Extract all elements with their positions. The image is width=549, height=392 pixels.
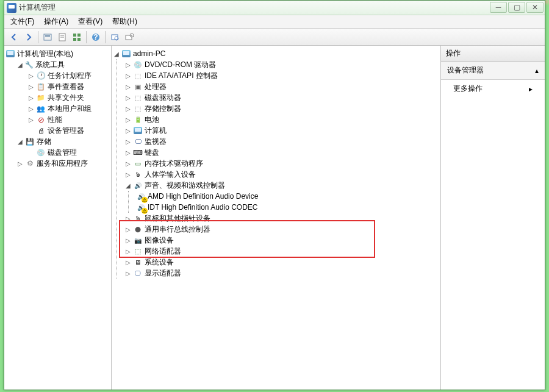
- device-sound-amd[interactable]: AMD High Definition Audio Device: [136, 191, 439, 202]
- device-computer[interactable]: ▷ 计算机: [124, 125, 439, 136]
- scan-button[interactable]: [108, 30, 121, 44]
- collapse-icon[interactable]: ◢: [16, 61, 24, 68]
- up-button[interactable]: [41, 30, 54, 44]
- help-button[interactable]: ?: [89, 30, 102, 44]
- expand-icon[interactable]: ▷: [124, 116, 132, 123]
- tree-services-apps[interactable]: ▷ 服务和应用程序: [16, 158, 110, 169]
- storage-ctrl-icon: [133, 104, 143, 113]
- collapse-icon[interactable]: ◢: [16, 138, 24, 145]
- tree-event-viewer[interactable]: ▷ 事件查看器: [27, 81, 110, 92]
- device-dvd[interactable]: ▷ DVD/CD-ROM 驱动器: [124, 59, 439, 70]
- expand-icon[interactable]: ▷: [124, 160, 132, 167]
- device-sound[interactable]: ◢ 声音、视频和游戏控制器: [124, 180, 439, 191]
- device-usb[interactable]: ▷ 通用串行总线控制器: [124, 224, 439, 235]
- device-disk-drives[interactable]: ▷ 磁盘驱动器: [124, 92, 439, 103]
- expand-icon[interactable]: ▷: [124, 269, 132, 277]
- tree-storage[interactable]: ◢ 存储: [16, 136, 110, 147]
- expand-icon[interactable]: ▷: [124, 83, 132, 90]
- device-imaging[interactable]: ▷ 图像设备: [124, 235, 439, 246]
- expand-icon[interactable]: ▷: [27, 116, 35, 123]
- expand-icon[interactable]: ▷: [124, 149, 132, 156]
- menu-file[interactable]: 文件(F): [5, 15, 39, 28]
- tree-label: 存储: [37, 137, 51, 147]
- expand-icon[interactable]: ▷: [124, 237, 132, 244]
- svg-text:?: ?: [93, 33, 98, 41]
- window-title: 计算机管理: [19, 2, 489, 13]
- device-mouse[interactable]: ▷ 鼠标和其他指针设备: [124, 213, 439, 224]
- left-pane[interactable]: 计算机管理(本地) ◢ 系统工具 ▷ 任务计划程序 ▷: [4, 46, 112, 390]
- computer-icon: [133, 126, 143, 135]
- device-network[interactable]: ▷ 网络适配器: [124, 246, 439, 257]
- center-pane[interactable]: ◢ admin-PC ▷ DVD/CD-ROM 驱动器 ▷ IDE ATA/AT…: [112, 46, 441, 390]
- expand-icon[interactable]: ▷: [124, 248, 132, 255]
- expand-icon[interactable]: ▷: [27, 94, 35, 101]
- actions-section[interactable]: 设备管理器 ▴: [441, 62, 545, 80]
- maximize-button[interactable]: ▢: [508, 2, 525, 13]
- spacer: [27, 127, 35, 134]
- properties-button[interactable]: [56, 30, 69, 44]
- expand-icon[interactable]: ▷: [124, 127, 132, 134]
- tree-task-scheduler[interactable]: ▷ 任务计划程序: [27, 70, 110, 81]
- device-hid[interactable]: ▷ 人体学输入设备: [124, 169, 439, 180]
- tree-performance[interactable]: ▷ 性能: [27, 114, 110, 125]
- menu-help[interactable]: 帮助(H): [107, 15, 142, 28]
- expand-icon[interactable]: ▷: [16, 160, 24, 167]
- device-memory[interactable]: ▷ 内存技术驱动程序: [124, 158, 439, 169]
- usb-icon: [133, 224, 143, 234]
- close-button[interactable]: ✕: [526, 2, 544, 13]
- collapse-icon[interactable]: ▴: [535, 66, 539, 75]
- forward-button[interactable]: [22, 30, 35, 44]
- svg-rect-7: [73, 38, 76, 41]
- expand-icon[interactable]: ▷: [27, 72, 35, 79]
- device-keyboard[interactable]: ▷ 键盘: [124, 147, 439, 158]
- tree-label: 设备管理器: [48, 126, 84, 136]
- menu-action[interactable]: 操作(A): [39, 15, 73, 28]
- device-battery[interactable]: ▷ 电池: [124, 114, 439, 125]
- tree-system-tools[interactable]: ◢ 系统工具: [16, 59, 110, 70]
- expand-icon[interactable]: ▷: [124, 226, 132, 233]
- expand-icon[interactable]: ▷: [124, 94, 132, 101]
- actions-more[interactable]: 更多操作 ▸: [441, 80, 545, 98]
- sound-warning-icon: [136, 202, 146, 212]
- expand-icon[interactable]: ▷: [124, 61, 132, 68]
- titlebar[interactable]: 计算机管理 ─ ▢ ✕: [4, 1, 545, 15]
- scan-hardware-button[interactable]: [123, 30, 136, 44]
- mouse-icon: [133, 213, 143, 223]
- device-ide[interactable]: ▷ IDE ATA/ATAPI 控制器: [124, 70, 439, 81]
- tree-shared-folders[interactable]: ▷ 共享文件夹: [27, 92, 110, 103]
- device-storage-controllers[interactable]: ▷ 存储控制器: [124, 103, 439, 114]
- expand-icon[interactable]: ▷: [124, 215, 132, 222]
- performance-icon: [36, 115, 46, 124]
- tree-label: 系统工具: [35, 60, 65, 70]
- device-system[interactable]: ▷ 系统设备: [124, 257, 439, 268]
- expand-icon[interactable]: ▷: [124, 258, 132, 266]
- tree-local-users[interactable]: ▷ 本地用户和组: [27, 103, 110, 114]
- svg-rect-1: [45, 35, 50, 37]
- tree-disk-management[interactable]: 磁盘管理: [27, 147, 110, 158]
- device-root[interactable]: ◢ admin-PC: [113, 48, 439, 59]
- clock-icon: [36, 71, 46, 80]
- svg-rect-13: [126, 35, 132, 40]
- collapse-icon[interactable]: ◢: [113, 50, 120, 57]
- menu-view[interactable]: 查看(V): [73, 15, 107, 28]
- tree-label: 系统设备: [145, 257, 174, 268]
- device-monitor[interactable]: ▷ 监视器: [124, 136, 439, 147]
- collapse-icon[interactable]: ◢: [124, 182, 132, 189]
- expand-icon[interactable]: ▷: [124, 105, 132, 112]
- expand-icon[interactable]: ▷: [124, 72, 132, 79]
- back-button[interactable]: [7, 30, 21, 44]
- expand-icon[interactable]: ▷: [27, 83, 35, 90]
- minimize-button[interactable]: ─: [490, 2, 507, 13]
- actions-header: 操作: [441, 46, 545, 62]
- device-sound-idt[interactable]: IDT High Definition Audio CODEC: [136, 202, 439, 213]
- expand-icon[interactable]: ▷: [124, 138, 132, 145]
- tree-device-manager[interactable]: 设备管理器: [27, 125, 110, 136]
- share-icon: [36, 93, 46, 102]
- expand-icon[interactable]: ▷: [27, 105, 35, 112]
- tree-root-local[interactable]: 计算机管理(本地): [5, 48, 110, 59]
- tree-label: 鼠标和其他指针设备: [145, 213, 210, 224]
- device-cpu[interactable]: ▷ 处理器: [124, 81, 439, 92]
- view-button[interactable]: [70, 30, 84, 44]
- expand-icon[interactable]: ▷: [124, 171, 132, 178]
- device-display[interactable]: ▷ 显示适配器: [124, 268, 439, 279]
